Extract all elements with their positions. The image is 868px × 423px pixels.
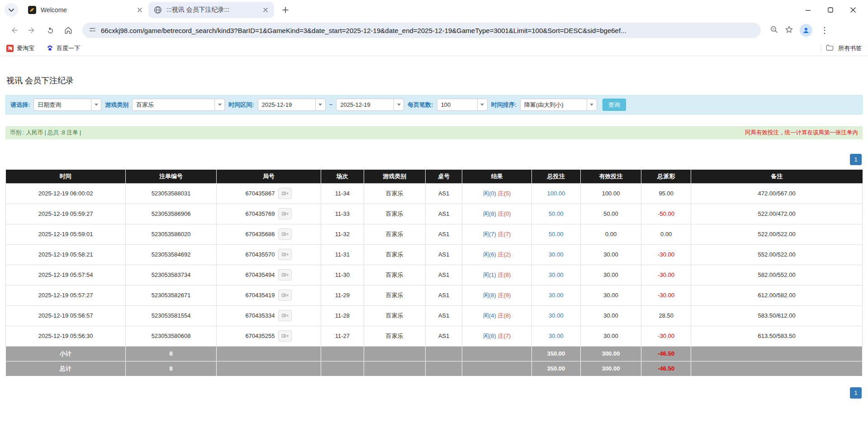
cell-total-bet-link[interactable]: 100.00 bbox=[531, 183, 580, 204]
tab-welcome[interactable]: Welcome bbox=[23, 2, 148, 18]
minimize-button[interactable] bbox=[802, 4, 814, 16]
plus-icon bbox=[282, 5, 289, 15]
toolbar: 66cxkj98.com/game/betrecord_search/kind3… bbox=[0, 20, 868, 41]
close-icon[interactable] bbox=[261, 6, 270, 14]
bookmark-star-icon[interactable] bbox=[785, 25, 793, 36]
cell-bet-id: 523053583734 bbox=[126, 265, 217, 285]
video-replay-icon[interactable] bbox=[278, 228, 292, 240]
cell-total-bet-link[interactable]: 30.00 bbox=[531, 265, 580, 285]
cell-time: 2025-12-19 05:58:21 bbox=[6, 244, 126, 265]
cell-table-number: AS1 bbox=[426, 326, 462, 346]
table-row: 2025-12-19 05:56:30523053580608670435255… bbox=[6, 326, 863, 346]
date-start-select[interactable]: 2025-12-19 bbox=[258, 99, 326, 111]
close-icon[interactable] bbox=[136, 6, 144, 14]
per-page-select[interactable]: 100 bbox=[437, 99, 488, 111]
bookmark-label: 爱淘宝 bbox=[17, 44, 34, 52]
result-banker: 庄(5) bbox=[498, 190, 511, 197]
tab-search-button[interactable] bbox=[5, 3, 18, 17]
cell-valid-bet: 30.00 bbox=[580, 285, 641, 305]
table-row: 2025-12-19 05:57:54523053583734670435494… bbox=[6, 265, 863, 285]
summary-empty-cell bbox=[426, 346, 462, 361]
sort-select[interactable]: 降冪(由大到小) bbox=[520, 99, 597, 111]
chevron-down-icon bbox=[587, 99, 597, 110]
close-window-button[interactable] bbox=[847, 4, 859, 16]
site-settings-icon[interactable] bbox=[89, 26, 96, 35]
summary-empty-cell bbox=[216, 346, 321, 361]
bookmark-aitaobao[interactable]: 淘 爱淘宝 bbox=[6, 44, 34, 52]
bookmark-label: 百度一下 bbox=[57, 44, 80, 52]
table-row: 2025-12-19 06:00:02523053588031670435867… bbox=[6, 183, 863, 204]
query-type-select[interactable]: 日期查询 bbox=[33, 99, 101, 111]
summary-count: 8 bbox=[126, 361, 217, 376]
table-row: 2025-12-19 05:59:27523053586906670435769… bbox=[6, 204, 863, 224]
chevron-down-icon bbox=[394, 99, 403, 110]
cell-remark: 612.00/582.00 bbox=[691, 285, 863, 305]
profile-avatar[interactable] bbox=[800, 24, 812, 37]
cell-total-bet-link[interactable]: 30.00 bbox=[531, 305, 580, 326]
cell-valid-bet: 30.00 bbox=[580, 305, 641, 326]
game-kind-select[interactable]: 百家乐 bbox=[132, 99, 225, 111]
result-banker: 庄(9) bbox=[498, 292, 511, 299]
cell-total-bet-link[interactable]: 50.00 bbox=[531, 204, 580, 224]
date-end-select[interactable]: 2025-12-19 bbox=[336, 99, 404, 111]
video-replay-icon[interactable] bbox=[278, 290, 292, 301]
cell-valid-bet: 100.00 bbox=[580, 183, 641, 204]
cell-table-number: AS1 bbox=[426, 224, 462, 244]
video-replay-icon[interactable] bbox=[278, 188, 292, 199]
url-bar[interactable]: 66cxkj98.com/game/betrecord_search/kind3… bbox=[82, 23, 761, 38]
zoom-icon[interactable] bbox=[770, 25, 778, 36]
column-header: 注单编号 bbox=[126, 170, 217, 183]
result-player: 闲(6) bbox=[483, 251, 496, 258]
cell-remark: 583.50/612.00 bbox=[691, 305, 863, 326]
page-1-button[interactable]: 1 bbox=[850, 387, 862, 399]
maximize-button[interactable] bbox=[825, 4, 836, 16]
video-replay-icon[interactable] bbox=[278, 208, 292, 219]
bookmark-baidu[interactable]: 百度一下 bbox=[46, 44, 80, 52]
video-replay-icon[interactable] bbox=[278, 310, 292, 321]
cell-bet-id: 523053588031 bbox=[126, 183, 217, 204]
cell-valid-bet: 30.00 bbox=[580, 244, 641, 265]
cell-payout: 95.00 bbox=[641, 183, 691, 204]
cell-total-bet-link[interactable]: 30.00 bbox=[531, 244, 580, 265]
cell-bet-id: 523053586020 bbox=[126, 224, 217, 244]
cell-payout: -30.00 bbox=[641, 326, 691, 346]
cell-total-bet-link[interactable]: 30.00 bbox=[531, 285, 580, 305]
back-button[interactable] bbox=[6, 23, 22, 38]
round-number: 670435867 bbox=[245, 190, 275, 197]
forward-button[interactable] bbox=[24, 23, 40, 38]
bookmarks-bar: 淘 爱淘宝 百度一下 所有书签 bbox=[0, 41, 868, 56]
query-type-label: 请选择: bbox=[10, 101, 30, 109]
cell-result: 闲(8) 庄(7) bbox=[462, 326, 531, 346]
all-bookmarks-label[interactable]: 所有书签 bbox=[838, 44, 862, 52]
baidu-paw-icon bbox=[46, 45, 53, 52]
cell-result: 闲(4) 庄(8) bbox=[462, 305, 531, 326]
summary-empty-cell bbox=[462, 346, 531, 361]
browser-menu-button[interactable]: ⋮ bbox=[819, 26, 830, 34]
cell-game-kind: 百家乐 bbox=[364, 305, 425, 326]
result-player: 闲(8) bbox=[483, 210, 496, 217]
result-banker: 庄(8) bbox=[498, 312, 511, 319]
video-replay-icon[interactable] bbox=[278, 269, 292, 280]
cell-game-kind: 百家乐 bbox=[364, 224, 425, 244]
cell-total-bet-link[interactable]: 30.00 bbox=[531, 326, 580, 346]
cell-game-kind: 百家乐 bbox=[364, 285, 425, 305]
home-button[interactable] bbox=[61, 23, 76, 38]
video-replay-icon[interactable] bbox=[278, 249, 292, 260]
new-tab-button[interactable] bbox=[279, 3, 292, 17]
cell-total-bet-link[interactable]: 50.00 bbox=[531, 224, 580, 244]
cell-table-number: AS1 bbox=[426, 204, 462, 224]
cell-payout: -50.00 bbox=[641, 204, 691, 224]
page-1-button[interactable]: 1 bbox=[850, 154, 862, 165]
cell-round: 670435255 bbox=[216, 326, 321, 346]
result-banker: 庄(0) bbox=[498, 210, 511, 217]
reload-button[interactable] bbox=[43, 23, 58, 38]
cell-time: 2025-12-19 05:59:27 bbox=[6, 204, 126, 224]
tab-betrecord[interactable]: :::视讯 会员下注纪录::: bbox=[148, 2, 274, 18]
cell-session: 11-32 bbox=[321, 224, 364, 244]
summary-label: 总计 bbox=[6, 361, 126, 376]
url-text[interactable]: 66cxkj98.com/game/betrecord_search/kind3… bbox=[101, 27, 754, 34]
search-button[interactable]: 查询 bbox=[602, 99, 626, 111]
cell-round: 670435867 bbox=[216, 183, 321, 204]
video-replay-icon[interactable] bbox=[278, 330, 292, 342]
tab-title: Welcome bbox=[41, 6, 132, 14]
